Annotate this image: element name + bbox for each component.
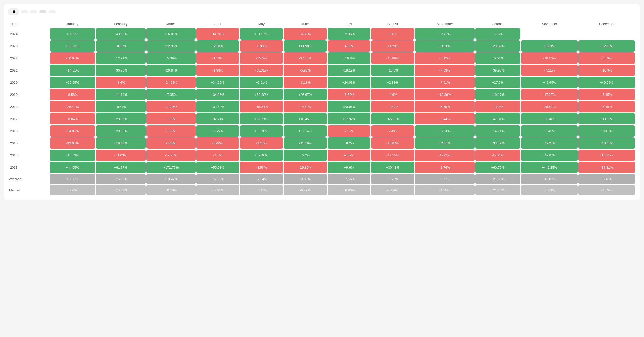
median-row: Median+0.29%+15.32%+0.50%+5.04%+3.17%-0.… [9, 185, 635, 195]
data-cell: -0.04% [50, 113, 95, 124]
data-cell: +2.81% [196, 40, 239, 52]
data-cell: +33.43% [196, 101, 239, 112]
data-cell: -11.29% [371, 40, 414, 52]
data-cell: -18.67% [371, 137, 414, 149]
table-row: 2021+14.51%+36.78%+29.84%-1.98%-35.31%-5… [9, 65, 635, 76]
average-cell: -3.77% [415, 174, 474, 184]
data-cell: -3.12% [415, 52, 474, 64]
column-header-february: February [96, 20, 146, 27]
table-row: 2018-25.41%+0.47%-32.85%+33.43%-18.99%-1… [9, 101, 635, 112]
data-cell: +10.17% [475, 89, 521, 100]
data-cell: -8.56% [240, 162, 283, 173]
data-cell: -37.28% [284, 52, 327, 64]
data-cell: +5.39% [146, 52, 196, 64]
data-cell: +30.8% [578, 125, 635, 137]
median-cell: +21.20% [475, 185, 521, 195]
data-cell: +12.21% [96, 52, 146, 64]
data-cell: +28.52% [475, 40, 521, 52]
year-cell: 2018 [9, 101, 49, 112]
data-cell: +7.27% [196, 125, 239, 137]
data-cell: -15.11% [578, 150, 635, 161]
data-cell: -34.81% [578, 162, 635, 173]
year-cell: 2019 [9, 89, 49, 100]
year-cell: 2013 [9, 162, 49, 173]
average-cell: +12.98% [196, 174, 239, 184]
data-cell: +0.47% [96, 101, 146, 112]
year-cell: 2014 [9, 150, 49, 161]
data-cell: -3.17% [240, 137, 283, 149]
data-cell: -31.03% [96, 150, 146, 161]
data-cell: +53.48% [521, 113, 578, 124]
data-cell: +12.82% [521, 150, 578, 161]
data-cell: -7.67% [328, 125, 370, 137]
data-cell: +39.63% [50, 40, 95, 52]
data-cell: -15.6% [240, 52, 283, 64]
table-row: 2023+39.63%+0.03%+22.96%+2.81%-6.98%+11.… [9, 40, 635, 52]
data-cell: -25.41% [50, 101, 95, 112]
data-cell: -7.49% [371, 125, 414, 137]
data-cell: -5.58% [415, 101, 474, 112]
data-cell: -13.88% [371, 52, 414, 64]
median-cell: -3.59% [578, 185, 635, 195]
data-cell: -5.15% [578, 101, 635, 112]
average-cell: +1.75% [371, 174, 414, 184]
data-cell: -6.59% [328, 89, 370, 100]
data-cell: -17.27% [521, 89, 578, 100]
column-header-june: June [284, 20, 327, 27]
average-cell: -0.35% [284, 174, 327, 184]
data-cell: +9.6% [328, 162, 370, 173]
data-cell [521, 28, 578, 40]
data-cell: +29.95% [50, 77, 95, 88]
median-cell: +8.90% [328, 185, 370, 195]
average-cell: +3.35% [50, 174, 95, 184]
data-cell: -1.98% [196, 65, 239, 76]
average-cell: +46.81% [521, 174, 578, 184]
tab-monthly[interactable] [39, 10, 46, 13]
tab-weekly[interactable] [30, 10, 37, 13]
data-cell: +0.62% [50, 28, 95, 40]
data-cell: +449.35% [521, 162, 578, 173]
data-cell: -4.02% [328, 40, 370, 52]
data-cell: +34.26% [196, 77, 239, 88]
year-cell: 2017 [9, 113, 49, 124]
data-cell [578, 28, 635, 40]
data-cell: -8.58% [50, 89, 95, 100]
data-cell: -7.11% [521, 65, 578, 76]
data-cell: -33.05% [50, 137, 95, 149]
data-cell: -13.38% [415, 89, 474, 100]
average-row: Average+3.35%+15.66%+13.42%+12.98%+7.94%… [9, 174, 635, 184]
year-cell: 2024 [9, 28, 49, 40]
data-cell: -1.76% [415, 162, 474, 173]
column-header-march: March [146, 20, 196, 27]
data-cell: -16.23% [521, 52, 578, 64]
data-cell: -3.46% [196, 137, 239, 149]
data-cell: -17.3% [196, 52, 239, 64]
data-cell: -14.83% [50, 125, 95, 137]
asset-selector[interactable]: ⇅ [8, 8, 19, 15]
table-row: 2016-14.83%+20.08%-5.35%+7.27%+18.78%+27… [9, 125, 635, 137]
data-cell: -35.31% [240, 65, 283, 76]
table-row: 2022-16.68%+12.21%+5.39%-17.3%-15.6%-37.… [9, 52, 635, 64]
data-cell: +8.2% [328, 137, 370, 149]
data-cell: +32.71% [196, 113, 239, 124]
data-cell: -14.62% [284, 101, 327, 112]
data-cell: +43.55% [96, 28, 146, 40]
data-cell: -18.9% [578, 65, 635, 76]
data-cell: +50.01% [196, 162, 239, 173]
data-cell: -6.98% [240, 40, 283, 52]
data-cell: +2.95% [328, 28, 370, 40]
median-cell: +15.32% [96, 185, 146, 195]
median-cell: +3.17% [240, 185, 283, 195]
data-cell: -4.38% [146, 137, 196, 149]
column-header-july: July [328, 20, 370, 27]
data-cell: +7.6% [475, 28, 521, 40]
data-cell: -32.85% [146, 101, 196, 112]
column-header-december: December [578, 20, 635, 27]
data-cell: -5.95% [284, 65, 327, 76]
data-cell: +38.89% [578, 113, 635, 124]
tab-quarterly[interactable] [49, 10, 56, 13]
table-body: 2024+0.62%+43.55%+16.81%-14.76%+11.07%-6… [9, 28, 635, 173]
tab-daily[interactable] [21, 10, 28, 13]
main-container: ⇅ TimeJanuaryFebruaryMarchAprilMayJuneJu… [4, 4, 640, 200]
data-cell: -7.51% [415, 77, 474, 88]
